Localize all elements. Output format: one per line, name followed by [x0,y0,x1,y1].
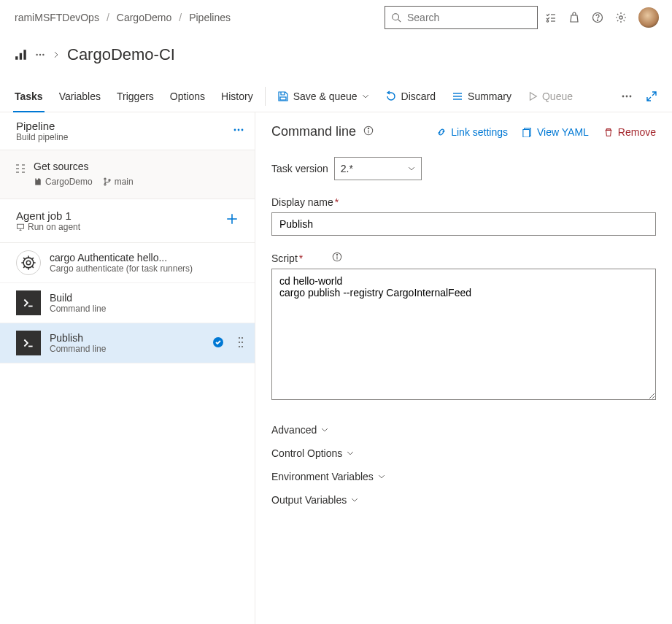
svg-point-57 [242,345,243,347]
chevron-down-icon [321,426,328,434]
svg-line-48 [23,266,25,268]
rust-icon [16,250,41,275]
chevron-down-icon [347,450,354,457]
svg-point-19 [622,95,625,97]
pipeline-header[interactable]: Pipeline Build pipeline [0,112,255,150]
section-env-vars[interactable]: Environment Variables [271,465,656,488]
view-yaml-button[interactable]: View YAML [522,126,589,138]
chevron-down-icon [408,165,415,172]
breadcrumb-section[interactable]: Pipelines [189,12,231,23]
svg-rect-11 [23,50,26,60]
breadcrumb-project[interactable]: CargoDemo [117,12,171,23]
agent-job[interactable]: Agent job 1 Run on agent [0,199,255,243]
sources-icon [15,163,26,174]
svg-point-13 [39,54,41,55]
script-textarea[interactable] [271,269,656,400]
cmdline-icon [16,331,41,355]
link-settings-button[interactable]: Link settings [436,126,508,138]
detail-heading: Command line [271,124,356,139]
info-icon[interactable] [363,126,374,138]
display-name-label: Display name* [271,196,339,208]
svg-rect-34 [18,224,24,228]
breadcrumb-org[interactable]: ramiMSFTDevOps [15,12,99,23]
get-sources[interactable]: Get sources CargoDemo main [0,150,255,199]
tab-options[interactable]: Options [170,80,205,112]
svg-point-55 [242,341,243,342]
remove-button[interactable]: Remove [603,126,656,138]
help-icon[interactable] [592,12,603,23]
svg-line-45 [23,258,25,259]
task-item-cargo-auth[interactable]: cargo Authenticate hello... Cargo authen… [0,243,255,283]
tab-history[interactable]: History [221,80,253,112]
page-title: CargoDemo-CI [67,45,175,64]
branch-name: main [103,177,134,187]
svg-line-1 [398,20,401,23]
save-queue-label: Save & queue [293,90,358,102]
add-task-button[interactable] [225,212,239,229]
drag-handle-icon[interactable] [237,336,244,351]
svg-point-40 [26,261,31,265]
search-input[interactable] [406,11,536,24]
status-check-icon [212,336,224,350]
pipeline-more-icon[interactable] [233,124,244,138]
settings-icon[interactable] [615,12,627,23]
chevron-down-icon [351,496,358,504]
save-queue-button[interactable]: Save & queue [277,90,369,102]
task-subtitle: Command line [50,304,244,314]
breadcrumb-separator: / [107,12,109,23]
display-name-input[interactable] [271,212,656,236]
summary-button[interactable]: Summary [452,90,511,102]
svg-point-52 [239,336,240,338]
expand-icon[interactable] [646,90,657,102]
svg-line-46 [32,266,34,268]
task-item-publish[interactable]: Publish Command line [0,323,255,363]
svg-line-47 [32,258,34,259]
svg-point-12 [36,54,37,55]
section-control-options[interactable]: Control Options [271,442,656,465]
breadcrumb-separator: / [179,12,182,23]
section-advanced[interactable]: Advanced [271,418,656,442]
branch-icon [103,177,112,186]
pipeline-title: Pipeline [16,120,68,132]
svg-point-7 [597,20,598,20]
task-item-build[interactable]: Build Command line [0,283,255,323]
svg-point-8 [619,16,622,19]
tab-triggers[interactable]: Triggers [117,80,154,112]
svg-point-33 [109,180,110,181]
tab-variables[interactable]: Variables [59,80,101,112]
tab-tasks[interactable]: Tasks [15,80,43,112]
svg-point-5 [547,20,548,22]
svg-rect-62 [523,129,530,137]
task-title: Build [50,292,244,304]
cmdline-icon [16,290,41,315]
avatar[interactable] [638,7,659,28]
repo-name: CargoDemo [34,177,93,187]
discard-label: Discard [401,90,436,102]
section-output-vars[interactable]: Output Variables [271,488,656,512]
svg-point-65 [337,254,338,255]
more-actions-icon[interactable] [621,90,633,102]
svg-point-22 [234,129,236,131]
chevron-down-icon [362,93,369,100]
discard-button[interactable]: Discard [385,90,436,102]
repo-icon [34,177,42,186]
svg-point-54 [239,341,240,342]
svg-point-32 [104,184,106,185]
tasklist-icon[interactable] [545,12,557,23]
bag-icon[interactable] [568,12,580,23]
agent-icon [16,223,25,231]
task-version-select[interactable]: 2.* [334,157,422,180]
task-version-value: 2.* [341,163,353,174]
info-icon[interactable] [332,252,342,264]
separator [265,87,266,106]
task-version-label: Task version [271,163,328,174]
svg-rect-9 [15,56,18,60]
more-icon[interactable] [35,50,45,60]
task-subtitle: Cargo authenticate (for task runners) [50,263,244,274]
pipeline-icon [15,48,28,61]
task-subtitle: Command line [50,344,204,354]
script-label: Script* [271,252,342,264]
search-box[interactable] [385,6,538,29]
svg-rect-15 [280,97,286,100]
svg-point-0 [393,14,399,20]
